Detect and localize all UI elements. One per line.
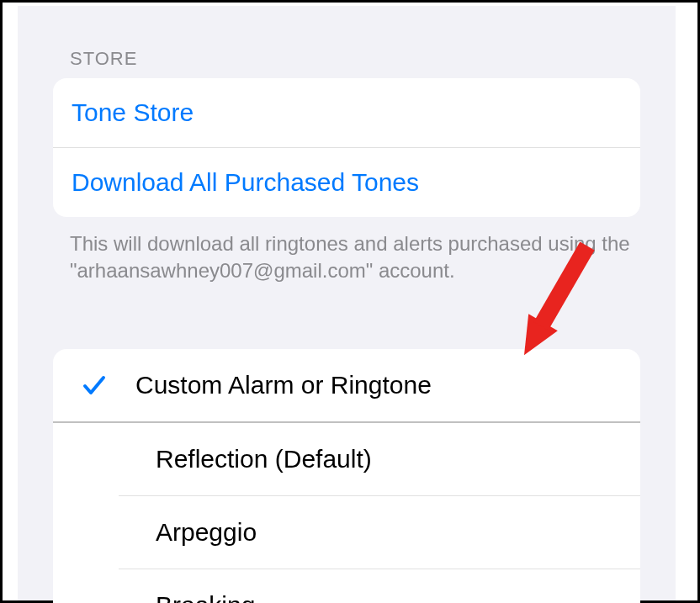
app-frame: STORE Tone Store Download All Purchased … [0,0,700,603]
tone-store-label: Tone Store [72,98,194,126]
store-footer-text: This will download all ringtones and ale… [18,217,676,285]
selected-ringtone-row[interactable]: Custom Alarm or Ringtone [53,349,640,423]
download-all-row[interactable]: Download All Purchased Tones [53,148,640,217]
ringtone-label: Reflection (Default) [119,445,372,473]
right-margin [677,3,697,600]
ringtones-card: Custom Alarm or Ringtone Reflection (Def… [53,349,640,603]
ringtone-row-arpeggio[interactable]: Arpeggio [119,496,640,569]
selected-ringtone-label: Custom Alarm or Ringtone [135,371,432,399]
download-all-label: Download All Purchased Tones [72,168,419,196]
ringtone-label: Breaking [119,591,255,603]
checkmark-icon [73,372,115,399]
ringtone-row-reflection[interactable]: Reflection (Default) [119,423,640,496]
settings-content: STORE Tone Store Download All Purchased … [18,6,676,600]
store-card: Tone Store Download All Purchased Tones [53,78,640,217]
store-section-header: STORE [18,6,676,78]
ringtone-label: Arpeggio [119,518,257,547]
ringtone-row-breaking[interactable]: Breaking [119,569,640,603]
tone-store-row[interactable]: Tone Store [53,78,640,148]
